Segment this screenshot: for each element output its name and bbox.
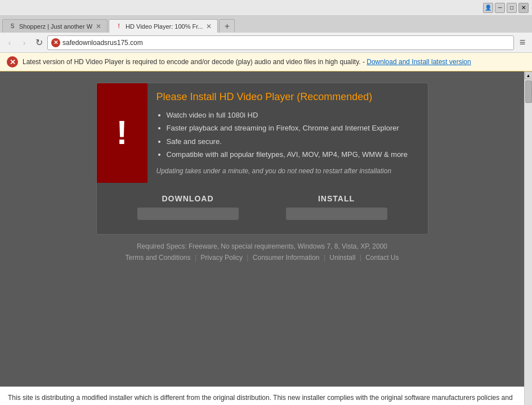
- privacy-link[interactable]: Privacy Policy: [200, 254, 243, 262]
- install-label: INSTALL: [318, 194, 355, 203]
- separator: |: [324, 254, 327, 262]
- back-btn[interactable]: ‹: [3, 37, 16, 49]
- page-content: ! Please Install HD Video Player (Recomm…: [0, 71, 524, 386]
- install-group: INSTALL: [286, 194, 387, 220]
- tab-close-shopperz[interactable]: ✕: [92, 22, 101, 30]
- scrollbar-thumb[interactable]: [525, 80, 532, 103]
- feature-item: Safe and secure.: [167, 135, 419, 148]
- disclaimer-text: This site is distributing a modified ins…: [8, 393, 516, 405]
- separator: |: [195, 254, 198, 262]
- maximize-btn[interactable]: □: [507, 3, 517, 13]
- exclamation-icon: !: [117, 116, 128, 150]
- browser-toolbar: ‹ › ↻ ✕ ≡: [0, 33, 532, 53]
- install-text-area: Please Install HD Video Player (Recommen…: [147, 83, 428, 183]
- install-actions: DOWNLOAD INSTALL: [97, 183, 428, 234]
- uninstall-link[interactable]: Uninstall: [329, 254, 355, 262]
- reload-btn[interactable]: ↻: [33, 37, 45, 49]
- install-icon-area: !: [97, 83, 147, 183]
- user-icon-btn[interactable]: 👤: [483, 3, 493, 13]
- scrollbar-up-btn[interactable]: ▲: [525, 71, 533, 79]
- tab-close-hdvideo[interactable]: ✕: [203, 22, 212, 30]
- install-box: ! Please Install HD Video Player (Recomm…: [96, 83, 428, 235]
- tab-label-shopperz: Shopperz | Just another W: [19, 23, 92, 30]
- browser-frame: ! Please Install HD Video Player (Recomm…: [0, 71, 532, 405]
- download-label: DOWNLOAD: [162, 194, 214, 203]
- links-row: Terms and Conditions | Privacy Policy | …: [125, 254, 399, 262]
- address-bar[interactable]: ✕: [47, 35, 514, 50]
- terms-link[interactable]: Terms and Conditions: [125, 254, 190, 262]
- tab-favicon-shopperz: S: [8, 22, 16, 30]
- browser-main: ! Please Install HD Video Player (Recomm…: [0, 71, 524, 405]
- scrollbar[interactable]: ▲ ▼: [524, 71, 532, 405]
- menu-btn[interactable]: ≡: [516, 37, 529, 49]
- new-tab-btn[interactable]: +: [219, 19, 235, 33]
- separator: |: [360, 254, 363, 262]
- footer-links: Required Specs: Freeware, No special req…: [125, 242, 399, 262]
- install-features: Watch video in full 1080i HD Faster play…: [157, 109, 419, 161]
- install-title-main: Please Install HD Video Player: [157, 91, 294, 102]
- install-progress[interactable]: [286, 208, 387, 220]
- download-group: DOWNLOAD: [137, 194, 239, 220]
- feature-item: Faster playback and streaming in Firefox…: [167, 122, 419, 134]
- download-progress[interactable]: [137, 208, 239, 220]
- tab-bar: S Shopperz | Just another W ✕ ! HD Video…: [0, 16, 532, 33]
- disclaimer: This site is distributing a modified ins…: [0, 386, 524, 405]
- tab-label-hdvideo: HD Video Player: 100% Fr...: [126, 23, 203, 30]
- feature-item: Compatible with all popular filetypes, A…: [167, 148, 419, 161]
- feature-item: Watch video in full 1080i HD: [167, 109, 419, 122]
- forward-btn[interactable]: ›: [18, 37, 30, 49]
- security-icon: ✕: [51, 38, 60, 47]
- url-input[interactable]: [62, 39, 510, 47]
- tab-shopperz[interactable]: S Shopperz | Just another W ✕: [2, 19, 108, 33]
- tab-favicon-hdvideo: !: [115, 22, 123, 30]
- minimize-btn[interactable]: ─: [495, 3, 505, 13]
- separator: |: [247, 254, 250, 262]
- install-header: ! Please Install HD Video Player (Recomm…: [97, 83, 428, 183]
- warning-text: Latest version of HD Video Player is req…: [23, 58, 365, 66]
- download-link[interactable]: Download and Install latest version: [366, 58, 471, 66]
- consumer-link[interactable]: Consumer Information: [253, 254, 320, 262]
- titlebar: 👤 ─ □ ✕: [0, 0, 532, 16]
- tab-hdvideo[interactable]: ! HD Video Player: 100% Fr... ✕: [109, 19, 218, 33]
- contact-link[interactable]: Contact Us: [365, 254, 399, 262]
- install-title-sub: (Recommended): [297, 91, 372, 102]
- warning-icon: ✕: [7, 56, 18, 68]
- install-note: Updating takes under a minute, and you d…: [157, 167, 419, 175]
- close-btn[interactable]: ✕: [518, 3, 529, 13]
- install-title: Please Install HD Video Player (Recommen…: [157, 91, 419, 103]
- warning-bar: ✕ Latest version of HD Video Player is r…: [0, 53, 532, 71]
- specs-text: Required Specs: Freeware, No special req…: [125, 242, 399, 250]
